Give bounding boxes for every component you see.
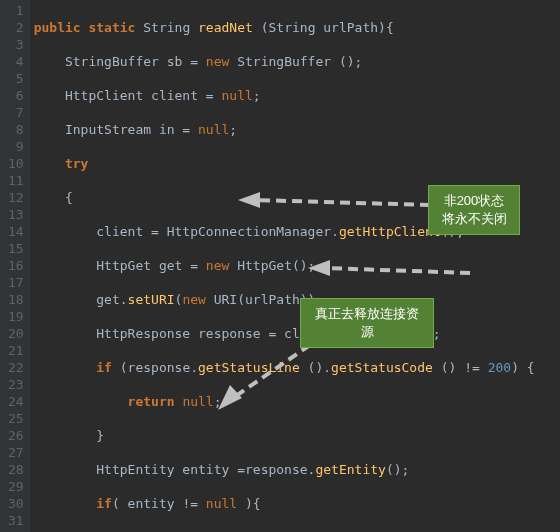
code-line: HttpEntity entity =response.getEntity(); xyxy=(34,461,535,478)
line-number: 19 xyxy=(8,308,24,325)
line-number: 26 xyxy=(8,427,24,444)
annotation-callout-2: 真正去释放连接资源 xyxy=(300,298,434,348)
line-number: 17 xyxy=(8,274,24,291)
line-number: 23 xyxy=(8,376,24,393)
line-number: 13 xyxy=(8,206,24,223)
line-number: 25 xyxy=(8,410,24,427)
line-number: 28 xyxy=(8,461,24,478)
code-line: if( entity != null ){ xyxy=(34,495,535,512)
line-number: 15 xyxy=(8,240,24,257)
line-number: 30 xyxy=(8,495,24,512)
line-number: 12 xyxy=(8,189,24,206)
line-number: 5 xyxy=(8,70,24,87)
annotation-callout-1: 非200状态将永不关闭 xyxy=(428,185,520,235)
line-number: 9 xyxy=(8,138,24,155)
line-number: 31 xyxy=(8,512,24,529)
line-number: 24 xyxy=(8,393,24,410)
line-number: 4 xyxy=(8,53,24,70)
code-line: get.setURI(new URI(urlPath)); xyxy=(34,291,535,308)
line-number: 8 xyxy=(8,121,24,138)
code-area[interactable]: public static String readNet (String url… xyxy=(30,0,535,532)
line-number: 16 xyxy=(8,257,24,274)
line-number: 2 xyxy=(8,19,24,36)
code-editor: 1 2 3 4 5 6 7 8 9 10 11 12 13 14 15 16 1… xyxy=(0,0,560,532)
line-number: 11 xyxy=(8,172,24,189)
code-line: return null; xyxy=(34,393,535,410)
line-number: 1 xyxy=(8,2,24,19)
line-number: 18 xyxy=(8,291,24,308)
line-number: 29 xyxy=(8,478,24,495)
code-line: public static String readNet (String url… xyxy=(34,19,535,36)
code-line: InputStream in = null; xyxy=(34,121,535,138)
line-number: 22 xyxy=(8,359,24,376)
line-number: 27 xyxy=(8,444,24,461)
line-number: 10 xyxy=(8,155,24,172)
code-line: try xyxy=(34,155,535,172)
line-number: 21 xyxy=(8,342,24,359)
line-number: 3 xyxy=(8,36,24,53)
line-number: 6 xyxy=(8,87,24,104)
code-line: } xyxy=(34,427,535,444)
code-line: HttpResponse response = client.execute(g… xyxy=(34,325,535,342)
line-number-gutter: 1 2 3 4 5 6 7 8 9 10 11 12 13 14 15 16 1… xyxy=(0,0,30,532)
code-line: HttpClient client = null; xyxy=(34,87,535,104)
code-line: StringBuffer sb = new StringBuffer (); xyxy=(34,53,535,70)
line-number: 7 xyxy=(8,104,24,121)
line-number: 14 xyxy=(8,223,24,240)
code-line: HttpGet get = new HttpGet(); xyxy=(34,257,535,274)
line-number: 20 xyxy=(8,325,24,342)
code-line: if (response.getStatusLine ().getStatusC… xyxy=(34,359,535,376)
